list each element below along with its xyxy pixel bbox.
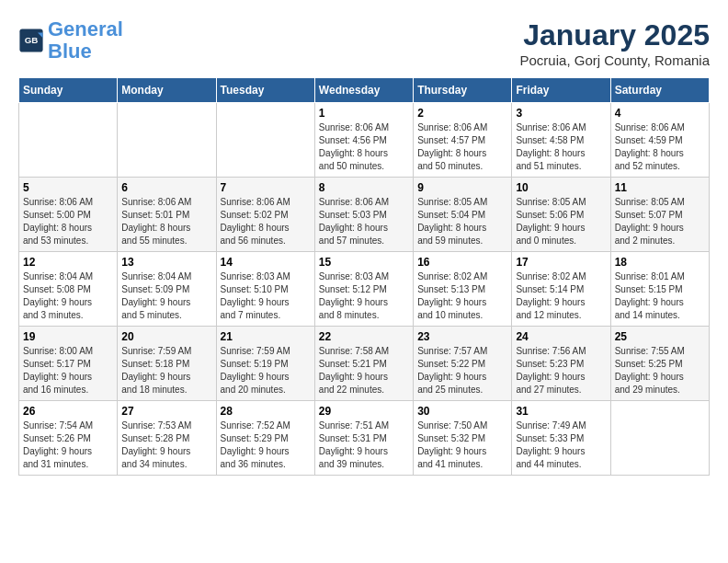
- day-number: 2: [417, 107, 507, 120]
- calendar-cell: [216, 103, 314, 178]
- calendar-cell: 20Sunrise: 7:59 AM Sunset: 5:18 PM Dayli…: [118, 327, 216, 401]
- calendar-cell: [19, 103, 118, 178]
- calendar-cell: 18Sunrise: 8:01 AM Sunset: 5:15 PM Dayli…: [610, 252, 709, 327]
- day-content: Sunrise: 8:05 AM Sunset: 5:06 PM Dayligh…: [516, 196, 606, 247]
- day-number: 11: [615, 181, 705, 194]
- day-number: 4: [615, 107, 705, 120]
- calendar-cell: 12Sunrise: 8:04 AM Sunset: 5:08 PM Dayli…: [19, 252, 118, 327]
- logo: GB General Blue: [18, 18, 123, 63]
- day-number: 13: [121, 256, 211, 269]
- day-content: Sunrise: 8:06 AM Sunset: 5:03 PM Dayligh…: [319, 196, 409, 247]
- day-content: Sunrise: 8:02 AM Sunset: 5:14 PM Dayligh…: [516, 270, 606, 322]
- svg-text:GB: GB: [25, 35, 39, 45]
- day-content: Sunrise: 7:59 AM Sunset: 5:18 PM Dayligh…: [121, 345, 211, 396]
- day-content: Sunrise: 8:00 AM Sunset: 5:17 PM Dayligh…: [23, 345, 113, 396]
- calendar-week-5: 26Sunrise: 7:54 AM Sunset: 5:26 PM Dayli…: [19, 401, 710, 476]
- calendar-cell: 24Sunrise: 7:56 AM Sunset: 5:23 PM Dayli…: [512, 327, 610, 401]
- calendar-subtitle: Pocruia, Gorj County, Romania: [520, 52, 710, 68]
- day-number: 1: [319, 107, 409, 120]
- weekday-header-monday: Monday: [118, 78, 216, 103]
- calendar-cell: 30Sunrise: 7:50 AM Sunset: 5:32 PM Dayli…: [414, 401, 512, 476]
- day-content: Sunrise: 7:57 AM Sunset: 5:22 PM Dayligh…: [417, 345, 507, 396]
- calendar-cell: 13Sunrise: 8:04 AM Sunset: 5:09 PM Dayli…: [118, 252, 216, 327]
- day-content: Sunrise: 7:59 AM Sunset: 5:19 PM Dayligh…: [221, 345, 311, 396]
- day-number: 30: [417, 405, 507, 418]
- day-content: Sunrise: 8:04 AM Sunset: 5:09 PM Dayligh…: [121, 270, 211, 322]
- day-number: 5: [23, 181, 113, 194]
- calendar-cell: 25Sunrise: 7:55 AM Sunset: 5:25 PM Dayli…: [610, 327, 709, 401]
- day-content: Sunrise: 7:50 AM Sunset: 5:32 PM Dayligh…: [417, 419, 507, 471]
- day-content: Sunrise: 8:02 AM Sunset: 5:13 PM Dayligh…: [417, 270, 507, 322]
- weekday-header-sunday: Sunday: [19, 78, 118, 103]
- day-number: 15: [319, 256, 409, 269]
- calendar-cell: 5Sunrise: 8:06 AM Sunset: 5:00 PM Daylig…: [19, 178, 118, 252]
- day-number: 19: [23, 330, 113, 343]
- day-content: Sunrise: 8:06 AM Sunset: 4:57 PM Dayligh…: [417, 121, 507, 173]
- calendar-cell: 9Sunrise: 8:05 AM Sunset: 5:04 PM Daylig…: [414, 178, 512, 252]
- calendar-table: SundayMondayTuesdayWednesdayThursdayFrid…: [18, 77, 710, 476]
- day-number: 20: [121, 330, 211, 343]
- calendar-cell: 7Sunrise: 8:06 AM Sunset: 5:02 PM Daylig…: [216, 178, 314, 252]
- day-content: Sunrise: 8:05 AM Sunset: 5:04 PM Dayligh…: [417, 196, 507, 247]
- day-content: Sunrise: 8:04 AM Sunset: 5:08 PM Dayligh…: [23, 270, 113, 322]
- day-content: Sunrise: 7:56 AM Sunset: 5:23 PM Dayligh…: [516, 345, 606, 396]
- day-number: 18: [615, 256, 705, 269]
- day-content: Sunrise: 8:06 AM Sunset: 4:58 PM Dayligh…: [516, 121, 606, 173]
- weekday-header-wednesday: Wednesday: [314, 78, 413, 103]
- calendar-cell: 14Sunrise: 8:03 AM Sunset: 5:10 PM Dayli…: [216, 252, 314, 327]
- calendar-cell: [118, 103, 216, 178]
- calendar-cell: 23Sunrise: 7:57 AM Sunset: 5:22 PM Dayli…: [414, 327, 512, 401]
- calendar-cell: 3Sunrise: 8:06 AM Sunset: 4:58 PM Daylig…: [512, 103, 610, 178]
- day-content: Sunrise: 8:06 AM Sunset: 5:01 PM Dayligh…: [121, 196, 211, 247]
- day-number: 31: [516, 405, 606, 418]
- day-number: 3: [516, 107, 606, 120]
- day-number: 8: [319, 181, 409, 194]
- day-content: Sunrise: 8:01 AM Sunset: 5:15 PM Dayligh…: [615, 270, 705, 322]
- calendar-header: SundayMondayTuesdayWednesdayThursdayFrid…: [19, 78, 710, 103]
- calendar-cell: 6Sunrise: 8:06 AM Sunset: 5:01 PM Daylig…: [118, 178, 216, 252]
- day-number: 23: [417, 330, 507, 343]
- calendar-cell: 15Sunrise: 8:03 AM Sunset: 5:12 PM Dayli…: [314, 252, 413, 327]
- day-content: Sunrise: 8:06 AM Sunset: 5:00 PM Dayligh…: [23, 196, 113, 247]
- calendar-cell: 28Sunrise: 7:52 AM Sunset: 5:29 PM Dayli…: [216, 401, 314, 476]
- day-content: Sunrise: 7:52 AM Sunset: 5:29 PM Dayligh…: [221, 419, 311, 471]
- calendar-cell: 8Sunrise: 8:06 AM Sunset: 5:03 PM Daylig…: [314, 178, 413, 252]
- day-number: 12: [23, 256, 113, 269]
- logo-icon: GB: [18, 28, 44, 53]
- calendar-cell: 17Sunrise: 8:02 AM Sunset: 5:14 PM Dayli…: [512, 252, 610, 327]
- day-content: Sunrise: 8:03 AM Sunset: 5:12 PM Dayligh…: [319, 270, 409, 322]
- day-content: Sunrise: 7:55 AM Sunset: 5:25 PM Dayligh…: [615, 345, 705, 396]
- calendar-title: January 2025: [520, 18, 710, 52]
- day-number: 7: [221, 181, 311, 194]
- day-content: Sunrise: 8:06 AM Sunset: 4:59 PM Dayligh…: [615, 121, 705, 173]
- day-number: 26: [23, 405, 113, 418]
- calendar-cell: 21Sunrise: 7:59 AM Sunset: 5:19 PM Dayli…: [216, 327, 314, 401]
- weekday-header-thursday: Thursday: [414, 78, 512, 103]
- calendar-cell: 4Sunrise: 8:06 AM Sunset: 4:59 PM Daylig…: [610, 103, 709, 178]
- calendar-cell: 27Sunrise: 7:53 AM Sunset: 5:28 PM Dayli…: [118, 401, 216, 476]
- day-content: Sunrise: 8:06 AM Sunset: 4:56 PM Dayligh…: [319, 121, 409, 173]
- title-area: January 2025 Pocruia, Gorj County, Roman…: [520, 18, 710, 68]
- weekday-header-friday: Friday: [512, 78, 610, 103]
- calendar-week-4: 19Sunrise: 8:00 AM Sunset: 5:17 PM Dayli…: [19, 327, 710, 401]
- calendar-cell: 1Sunrise: 8:06 AM Sunset: 4:56 PM Daylig…: [314, 103, 413, 178]
- calendar-cell: 19Sunrise: 8:00 AM Sunset: 5:17 PM Dayli…: [19, 327, 118, 401]
- calendar-cell: 11Sunrise: 8:05 AM Sunset: 5:07 PM Dayli…: [610, 178, 709, 252]
- day-number: 22: [319, 330, 409, 343]
- day-number: 9: [417, 181, 507, 194]
- day-number: 27: [121, 405, 211, 418]
- calendar-cell: 2Sunrise: 8:06 AM Sunset: 4:57 PM Daylig…: [414, 103, 512, 178]
- calendar-cell: 31Sunrise: 7:49 AM Sunset: 5:33 PM Dayli…: [512, 401, 610, 476]
- day-content: Sunrise: 8:03 AM Sunset: 5:10 PM Dayligh…: [221, 270, 311, 322]
- weekday-header-saturday: Saturday: [610, 78, 709, 103]
- day-content: Sunrise: 8:05 AM Sunset: 5:07 PM Dayligh…: [615, 196, 705, 247]
- day-number: 25: [615, 330, 705, 343]
- weekday-header-tuesday: Tuesday: [216, 78, 314, 103]
- day-content: Sunrise: 7:54 AM Sunset: 5:26 PM Dayligh…: [23, 419, 113, 471]
- calendar-week-1: 1Sunrise: 8:06 AM Sunset: 4:56 PM Daylig…: [19, 103, 710, 178]
- calendar-cell: [610, 401, 709, 476]
- day-number: 24: [516, 330, 606, 343]
- page-header: GB General Blue January 2025 Pocruia, Go…: [18, 18, 710, 68]
- calendar-cell: 22Sunrise: 7:58 AM Sunset: 5:21 PM Dayli…: [314, 327, 413, 401]
- logo-text: General Blue: [48, 18, 123, 63]
